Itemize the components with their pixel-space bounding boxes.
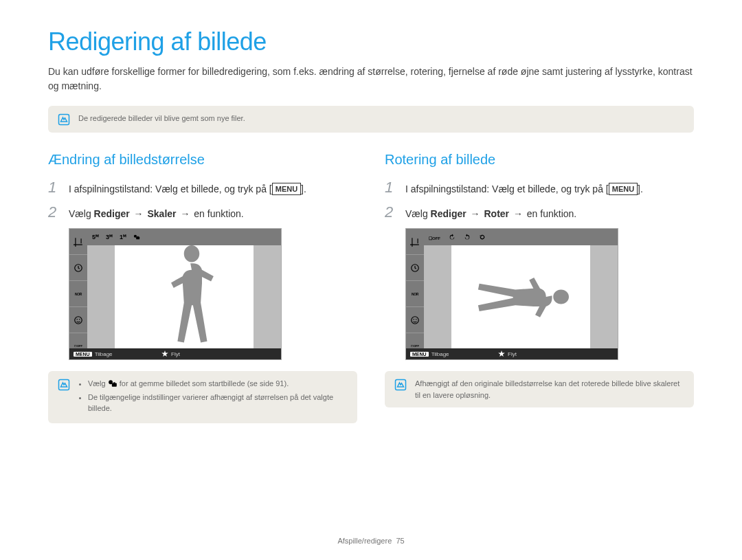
rotate-note-text: Afhængigt af den originale billedstørrel… <box>415 378 684 401</box>
lcd-icon-crop <box>406 229 424 255</box>
rotate-step-2: 2 Vælg Rediger → Roter → en funktion. <box>385 203 694 221</box>
menu-key: MENU <box>272 183 301 195</box>
lcd-top-opt-icon <box>131 232 142 243</box>
step2-prefix: Vælg <box>69 208 94 219</box>
step2-prefix: Vælg <box>405 208 431 219</box>
lcd-mock-resize: NOR ☐OFF 5ᴹ 3ᴹ 1ᴹ 2048 X 1536 <box>69 228 282 360</box>
step2-suffix: en funktion. <box>194 208 243 219</box>
resize-note-item: De tilgængelige indstillinger varierer a… <box>88 392 348 414</box>
lcd-left-menu: NOR ☐OFF <box>69 229 87 359</box>
lcd-footer: MENU Tilbage Flyt <box>406 348 618 359</box>
lcd-left-menu: NOR ☐OFF <box>406 229 424 359</box>
lcd-footer-back: Tilbage <box>95 351 113 357</box>
page-footer: Afspille/redigere 75 <box>0 537 742 545</box>
lcd-footer-move: Flyt <box>171 351 180 357</box>
step2-rediger: Rediger <box>94 208 130 219</box>
resize-note-item: Vælg for at gemme billedet som startbill… <box>88 378 348 390</box>
lcd-topbar: 5ᴹ 3ᴹ 1ᴹ <box>87 229 281 246</box>
step2-suffix: en funktion. <box>527 208 576 219</box>
rotate-note: Afhængigt af den originale billedstørrel… <box>385 371 694 407</box>
resize-step-1: 1 I afspilningstilstand: Vælg et billede… <box>48 179 357 197</box>
lcd-icon-clock <box>406 255 424 281</box>
arrow-icon: → <box>466 208 484 219</box>
lcd-footer-back: Tilbage <box>431 351 449 357</box>
menu-key: MENU <box>609 183 638 195</box>
step-text: I afspilningstilstand: Vælg et billede, … <box>69 183 272 194</box>
arrow-icon: → <box>177 208 194 219</box>
rotate-right-icon <box>447 231 458 243</box>
step2-skaler: Skaler <box>147 208 176 219</box>
rotate-heading: Rotering af billede <box>385 152 694 168</box>
lcd-icon-face <box>69 307 87 333</box>
footer-page: 75 <box>396 537 404 545</box>
menu-label-icon: MENU <box>410 352 429 357</box>
lcd-footer-move: Flyt <box>508 351 517 357</box>
step-number: 2 <box>385 203 397 221</box>
lcd-icon-face <box>406 307 424 333</box>
step-number: 2 <box>48 203 60 221</box>
step-text: I afspilningstilstand: Vælg et billede, … <box>405 183 609 194</box>
rotate-180-icon <box>477 231 488 243</box>
dpad-icon <box>161 350 168 357</box>
section-resize: Ændring af billedstørrelse 1 I afspilnin… <box>48 152 357 443</box>
step-number: 1 <box>48 179 60 197</box>
page-intro: Du kan udføre forskellige former for bil… <box>48 65 694 93</box>
lcd-top-opt: 1ᴹ <box>117 232 128 242</box>
resize-heading: Ændring af billedstørrelse <box>48 152 357 168</box>
dpad-icon <box>498 350 505 357</box>
step2-rediger: Rediger <box>431 208 466 219</box>
lcd-top-opt: 5ᴹ <box>90 232 101 242</box>
step-text-after: ]. <box>638 183 643 194</box>
lcd-topbar-rotate: ☐OFF <box>424 229 618 246</box>
top-note: De redigerede billeder vil blive gemt so… <box>48 106 694 133</box>
startimage-icon <box>108 379 117 388</box>
lcd-icon-nor: NOR <box>406 281 424 307</box>
step-number: 1 <box>385 179 397 197</box>
note-icon <box>58 379 70 391</box>
note-icon <box>394 379 407 391</box>
footer-section: Afspille/redigere <box>337 537 392 545</box>
rotate-left-icon <box>462 231 473 243</box>
resize-note: Vælg for at gemme billedet som startbill… <box>48 371 357 423</box>
lcd-top-opt: 3ᴹ <box>104 232 115 242</box>
page-title: Redigering af billede <box>48 27 694 56</box>
lcd-footer: MENU Tilbage Flyt <box>69 348 281 359</box>
arrow-icon: → <box>509 208 527 219</box>
lcd-icon-clock <box>69 255 87 281</box>
note-icon <box>58 113 70 126</box>
step2-roter: Roter <box>484 208 509 219</box>
step-text-after: ]. <box>301 183 306 194</box>
silhouette-icon <box>154 245 229 348</box>
lcd-top-off: ☐OFF <box>427 231 442 243</box>
lcd-icon-crop <box>69 229 87 255</box>
top-note-text: De redigerede billeder vil blive gemt so… <box>78 113 245 124</box>
arrow-icon: → <box>130 208 148 219</box>
lcd-icon-nor: NOR <box>69 281 87 307</box>
rotate-step-1: 1 I afspilningstilstand: Vælg et billede… <box>385 179 694 197</box>
section-rotate: Rotering af billede 1 I afspilningstilst… <box>385 152 694 443</box>
lcd-mock-rotate: NOR ☐OFF ☐OFF Right 90° <box>405 228 618 360</box>
menu-label-icon: MENU <box>74 352 92 357</box>
resize-step-2: 2 Vælg Rediger → Skaler → en funktion. <box>48 203 357 221</box>
silhouette-rotated-icon <box>473 266 569 328</box>
